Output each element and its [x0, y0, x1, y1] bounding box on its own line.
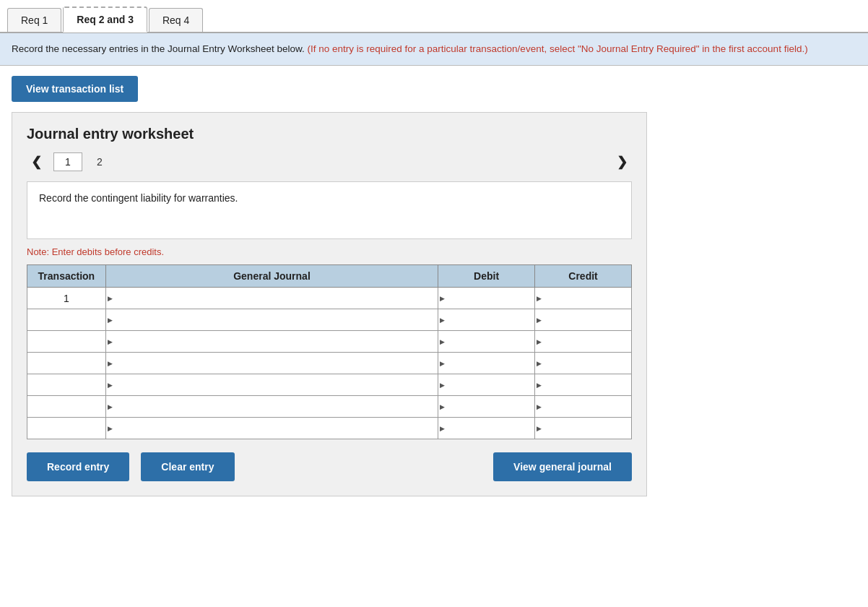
worksheet-title: Journal entry worksheet [27, 126, 632, 142]
table-row: 1 [27, 288, 632, 309]
next-page-label[interactable]: 2 [90, 153, 110, 171]
debit-input[interactable] [438, 309, 534, 330]
credit-cell[interactable] [535, 418, 632, 439]
transaction-cell [27, 331, 106, 353]
col-header-transaction: Transaction [27, 265, 106, 288]
general-journal-input[interactable] [106, 288, 438, 309]
view-transaction-button[interactable]: View transaction list [12, 76, 138, 102]
credit-input[interactable] [535, 396, 631, 417]
transaction-cell [27, 396, 106, 418]
credit-input[interactable] [535, 418, 631, 439]
debit-input[interactable] [438, 418, 534, 439]
debit-input[interactable] [438, 374, 534, 395]
credit-cell[interactable] [535, 288, 632, 309]
transaction-cell [27, 374, 106, 396]
debit-cell[interactable] [438, 353, 535, 374]
instruction-main-text: Record the necessary entries in the Jour… [12, 43, 305, 54]
debit-cell[interactable] [438, 309, 535, 331]
table-row [27, 418, 632, 439]
general-journal-input[interactable] [106, 353, 438, 374]
debit-input[interactable] [438, 396, 534, 417]
table-row [27, 374, 632, 396]
credit-input[interactable] [535, 331, 631, 352]
table-row [27, 331, 632, 353]
debit-input[interactable] [438, 331, 534, 352]
debit-input[interactable] [438, 288, 534, 309]
credit-input[interactable] [535, 374, 631, 395]
credit-cell[interactable] [535, 309, 632, 331]
general-journal-cell[interactable] [105, 353, 438, 374]
instruction-banner: Record the necessary entries in the Jour… [0, 33, 868, 66]
transaction-cell [27, 353, 106, 374]
col-header-general-journal: General Journal [105, 265, 438, 288]
debit-cell[interactable] [438, 374, 535, 396]
worksheet-container: Journal entry worksheet ❮ 1 2 ❯ Record t… [12, 112, 647, 496]
debit-cell[interactable] [438, 396, 535, 418]
note-text: Note: Enter debits before credits. [27, 246, 632, 257]
buttons-row: Record entry Clear entry View general jo… [27, 452, 632, 481]
nav-row: ❮ 1 2 ❯ [27, 152, 632, 171]
debit-cell[interactable] [438, 288, 535, 309]
tab-req1[interactable]: Req 1 [7, 8, 61, 32]
debit-input[interactable] [438, 353, 534, 374]
debit-cell[interactable] [438, 418, 535, 439]
general-journal-cell[interactable] [105, 309, 438, 331]
description-box: Record the contingent liability for warr… [27, 181, 632, 239]
general-journal-input[interactable] [106, 309, 438, 330]
col-header-credit: Credit [535, 265, 632, 288]
tab-req4[interactable]: Req 4 [149, 8, 203, 32]
transaction-cell: 1 [27, 288, 106, 309]
transaction-cell [27, 309, 106, 331]
credit-input[interactable] [535, 309, 631, 330]
record-entry-button[interactable]: Record entry [27, 452, 129, 481]
general-journal-input[interactable] [106, 374, 438, 395]
credit-cell[interactable] [535, 353, 632, 374]
col-header-debit: Debit [438, 265, 535, 288]
prev-page-button[interactable]: ❮ [27, 152, 46, 171]
general-journal-input[interactable] [106, 418, 438, 439]
current-page-box: 1 [53, 152, 82, 171]
general-journal-cell[interactable] [105, 396, 438, 418]
transaction-cell [27, 418, 106, 439]
journal-table: Transaction General Journal Debit Credit… [27, 264, 632, 439]
table-row [27, 353, 632, 374]
table-row [27, 309, 632, 331]
credit-input[interactable] [535, 288, 631, 309]
tabs-bar: Req 1 Req 2 and 3 Req 4 [0, 0, 868, 33]
credit-cell[interactable] [535, 331, 632, 353]
general-journal-cell[interactable] [105, 288, 438, 309]
view-general-journal-button[interactable]: View general journal [493, 452, 632, 481]
general-journal-input[interactable] [106, 396, 438, 417]
general-journal-input[interactable] [106, 331, 438, 352]
clear-entry-button[interactable]: Clear entry [141, 452, 234, 481]
credit-cell[interactable] [535, 374, 632, 396]
credit-cell[interactable] [535, 396, 632, 418]
debit-cell[interactable] [438, 331, 535, 353]
description-text: Record the contingent liability for warr… [39, 192, 238, 204]
general-journal-cell[interactable] [105, 331, 438, 353]
next-page-button[interactable]: ❯ [612, 152, 632, 171]
credit-input[interactable] [535, 353, 631, 374]
tab-req2and3[interactable]: Req 2 and 3 [63, 7, 147, 33]
general-journal-cell[interactable] [105, 374, 438, 396]
instruction-red-text: (If no entry is required for a particula… [307, 43, 807, 54]
general-journal-cell[interactable] [105, 418, 438, 439]
table-row [27, 396, 632, 418]
